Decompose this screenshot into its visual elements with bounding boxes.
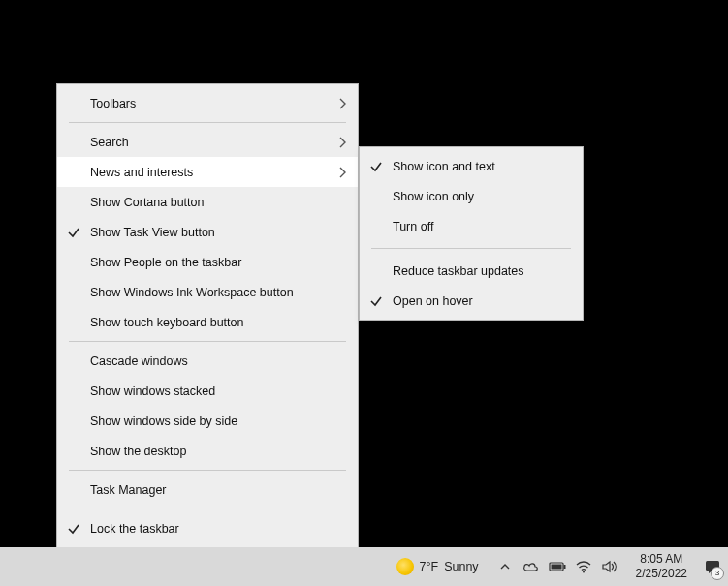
menu-separator [69,341,346,342]
menu-item-show-cortana-button[interactable]: Show Cortana button [57,187,358,217]
chevron-right-icon [331,98,346,109]
menu-label: News and interests [90,166,331,179]
menu-item-show-the-desktop[interactable]: Show the desktop [57,436,358,466]
submenu-item-open-on-hover[interactable]: Open on hover [360,286,583,316]
menu-item-show-windows-stacked[interactable]: Show windows stacked [57,376,358,406]
menu-item-show-people[interactable]: Show People on the taskbar [57,247,358,277]
menu-item-cascade-windows[interactable]: Cascade windows [57,346,358,376]
menu-label: Lock the taskbar [90,522,346,536]
menu-label: Cascade windows [90,355,346,368]
menu-item-news-and-interests[interactable]: News and interests [57,157,358,187]
menu-separator [69,509,346,509]
menu-item-show-touch-keyboard[interactable]: Show touch keyboard button [57,307,358,337]
volume-icon[interactable] [601,558,618,575]
menu-label: Show icon only [393,190,571,203]
menu-label: Search [90,136,331,149]
menu-label: Show Task View button [90,226,346,239]
sun-icon [396,558,414,575]
svg-point-12 [583,571,585,573]
menu-label: Open on hover [393,294,571,308]
chevron-right-icon [331,137,346,148]
weather-temp: 7°F [420,560,439,573]
menu-item-lock-the-taskbar[interactable]: Lock the taskbar [57,513,358,543]
menu-item-task-manager[interactable]: Task Manager [57,475,358,505]
menu-item-show-windows-side-by-side[interactable]: Show windows side by side [57,406,358,436]
svg-rect-11 [551,565,561,570]
menu-label: Show windows side by side [90,415,346,428]
menu-label: Show the desktop [90,445,346,458]
onedrive-icon[interactable] [522,558,540,575]
submenu-item-reduce-taskbar-updates[interactable]: Reduce taskbar updates [360,256,583,286]
submenu-item-show-icon-only[interactable]: Show icon only [360,181,583,211]
check-icon [57,226,90,239]
news-and-interests-submenu: Show icon and text Show icon only Turn o… [359,146,584,321]
menu-separator [371,248,571,249]
clock[interactable]: 8:05 AM 2/25/2022 [626,552,697,581]
menu-label: Show Cortana button [90,196,346,209]
menu-item-search[interactable]: Search [57,127,358,157]
action-center-button[interactable]: 3 [697,547,728,586]
show-hidden-icons-button[interactable] [496,558,514,575]
check-icon [360,160,393,173]
menu-label: Show icon and text [393,160,571,173]
clock-time: 8:05 AM [636,552,687,567]
wifi-icon[interactable] [575,558,592,575]
weather-condition: Sunny [444,560,478,573]
news-and-interests-widget[interactable]: 7°F Sunny [387,547,489,586]
submenu-item-turn-off[interactable]: Turn off [360,211,583,241]
menu-label: Show People on the taskbar [90,256,346,269]
check-icon [360,294,393,308]
submenu-item-show-icon-and-text[interactable]: Show icon and text [360,151,583,181]
menu-label: Toolbars [90,97,331,110]
notification-count-badge: 3 [711,567,724,580]
menu-label: Task Manager [90,483,346,497]
menu-item-toolbars[interactable]: Toolbars [57,88,358,118]
menu-label: Show touch keyboard button [90,316,346,329]
menu-label: Reduce taskbar updates [393,264,571,278]
menu-separator [69,122,346,123]
menu-label: Show Windows Ink Workspace button [90,286,346,299]
check-icon [57,522,90,536]
chevron-right-icon [331,167,346,178]
svg-rect-10 [563,565,565,569]
menu-label: Turn off [393,220,571,233]
battery-icon[interactable] [549,558,566,575]
menu-item-show-ink-workspace[interactable]: Show Windows Ink Workspace button [57,277,358,307]
menu-label: Show windows stacked [90,385,346,398]
tray-icons [489,558,626,575]
menu-item-show-task-view-button[interactable]: Show Task View button [57,217,358,247]
menu-separator [69,470,346,471]
taskbar-context-menu: Toolbars Search News and interests Show … [56,83,359,578]
taskbar[interactable]: 7°F Sunny 8:05 AM 2/25/2022 [0,547,728,586]
system-tray: 7°F Sunny 8:05 AM 2/25/2022 [387,547,728,586]
clock-date: 2/25/2022 [636,567,687,581]
